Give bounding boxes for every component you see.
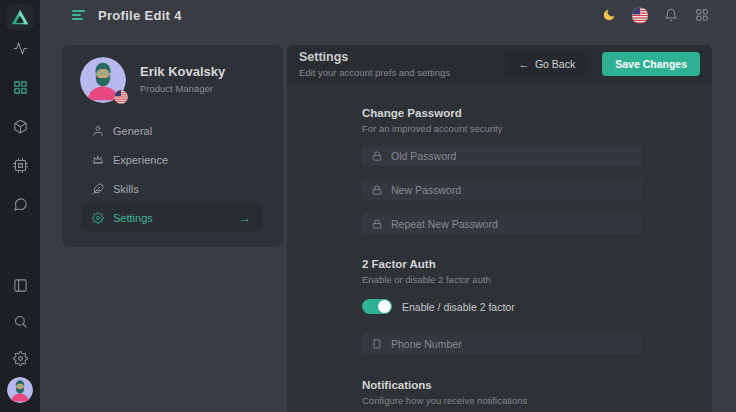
menu-item-experience[interactable]: Experience [82, 145, 263, 174]
phone-number-input[interactable] [391, 338, 632, 350]
package-box-icon[interactable] [12, 118, 28, 134]
section-notifications: Notifications Configure how you receive … [362, 379, 642, 406]
section-two-factor: 2 Factor Auth Enable or disable 2 factor… [362, 258, 642, 354]
dark-mode-moon-icon[interactable] [601, 7, 617, 23]
sidebar-layout-icon[interactable] [12, 277, 28, 293]
new-password-input[interactable] [391, 184, 632, 196]
menu-item-skills[interactable]: Skills [82, 174, 263, 203]
notifications-bell-icon[interactable] [663, 7, 679, 23]
crown-icon [92, 154, 104, 166]
user-icon [92, 125, 104, 137]
user-avatar[interactable] [7, 377, 33, 403]
settings-form: Change Password For an improved account … [287, 83, 712, 406]
avatar-illustration [7, 377, 33, 403]
topbar: Profile Edit 4 [40, 0, 736, 30]
logo-triangle-icon [10, 8, 30, 26]
lock-icon [372, 219, 382, 229]
settings-subtitle: Edit your account prefs and settings [299, 67, 450, 78]
save-changes-button[interactable]: Save Changes [602, 52, 700, 76]
section-title: Change Password [362, 107, 642, 119]
two-factor-toggle[interactable] [362, 299, 392, 314]
section-subtitle: Enable or disable 2 factor auth [362, 274, 642, 285]
lock-icon [372, 185, 382, 195]
section-subtitle: Configure how you receive notifications [362, 395, 642, 406]
search-icon[interactable] [12, 313, 28, 329]
activity-icon[interactable] [12, 40, 28, 56]
settings-panel: Settings Edit your account prefs and set… [287, 45, 712, 412]
profile-panel: Erik Kovalsky Product Manager General Ex… [62, 45, 283, 247]
icon-rail [0, 0, 40, 412]
profile-menu: General Experience Skills Settings → [82, 116, 263, 232]
section-title: 2 Factor Auth [362, 258, 642, 270]
profile-role: Product Manager [140, 83, 225, 94]
toggle-label: Enable / disable 2 factor [402, 301, 515, 313]
cpu-icon[interactable] [12, 157, 28, 173]
section-change-password: Change Password For an improved account … [362, 107, 642, 234]
nationality-flag-icon [114, 90, 128, 104]
gear-icon [92, 212, 104, 224]
app-logo[interactable] [6, 4, 34, 30]
settings-title: Settings [299, 50, 450, 64]
back-arrow-icon: ← [518, 58, 529, 70]
section-subtitle: For an improved account security [362, 123, 642, 134]
old-password-field[interactable] [362, 145, 642, 166]
dashboard-grid-icon[interactable] [12, 79, 28, 95]
apps-grid-icon[interactable] [694, 7, 710, 23]
settings-gear-icon[interactable] [12, 350, 28, 366]
menu-toggle-icon[interactable] [72, 10, 86, 20]
settings-header: Settings Edit your account prefs and set… [287, 45, 712, 83]
profile-avatar [80, 57, 126, 103]
smartphone-icon [372, 339, 382, 349]
profile-name: Erik Kovalsky [140, 64, 225, 79]
toggle-knob [378, 300, 391, 313]
old-password-input[interactable] [391, 150, 632, 162]
feather-icon [92, 183, 104, 195]
chat-bubble-icon[interactable] [12, 196, 28, 212]
forward-arrow-icon: → [239, 212, 251, 224]
go-back-button[interactable]: ← Go Back [506, 52, 587, 76]
repeat-password-field[interactable] [362, 213, 642, 234]
language-flag-icon[interactable] [632, 7, 648, 23]
section-title: Notifications [362, 379, 642, 391]
menu-item-general[interactable]: General [82, 116, 263, 145]
menu-item-settings[interactable]: Settings → [82, 203, 263, 232]
repeat-password-input[interactable] [391, 218, 632, 230]
new-password-field[interactable] [362, 179, 642, 200]
page-title: Profile Edit 4 [98, 8, 182, 23]
phone-number-field[interactable] [362, 333, 642, 354]
profile-header: Erik Kovalsky Product Manager [62, 45, 283, 103]
lock-icon [372, 151, 382, 161]
